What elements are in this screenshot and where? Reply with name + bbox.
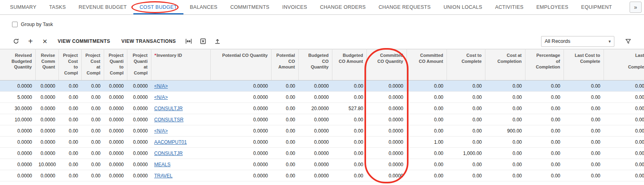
column-header-revised-budgeted-quantity[interactable]: RevisedBudgetedQuantity: [0, 49, 35, 80]
cell-percentage-of-completion[interactable]: 0.00: [525, 103, 564, 114]
cell-committed-co-amount[interactable]: 1.00: [407, 137, 447, 148]
inventory-link[interactable]: CONSULTSR: [154, 117, 183, 123]
cell-cost-at-completion[interactable]: 0.00: [485, 170, 525, 181]
cell-budgeted-co-quantity[interactable]: 20.0000: [298, 103, 332, 114]
cell-project-quantity-at-completion[interactable]: 0.0000: [127, 125, 151, 137]
column-header-potential-co-quantity[interactable]: Potential CO Quantity: [210, 49, 271, 80]
tab-change-orders[interactable]: CHANGE ORDERS: [314, 0, 372, 14]
cell-committed-co-quantity[interactable]: 0.0000: [366, 137, 407, 148]
cell-project-cost-at-completion[interactable]: 0.00: [81, 80, 104, 92]
cell-committed-co-quantity[interactable]: 0.0000: [366, 170, 407, 181]
cell-cost-to-complete[interactable]: 0.00: [447, 114, 485, 125]
grid-row-9[interactable]: 0.00000.00000.000.000.00000.0000TRAVEL0.…: [0, 170, 644, 181]
cell-potential-co-amount[interactable]: 0.00: [271, 159, 298, 170]
cell-committed-co-quantity[interactable]: 0.0000: [366, 159, 407, 170]
cell-last-percentage-of-completion[interactable]: 0.00: [604, 159, 644, 170]
cell-cost-at-completion[interactable]: 0.00: [485, 114, 525, 125]
cell-last-percentage-of-completion[interactable]: 0.00: [604, 114, 644, 125]
cell-potential-co-amount[interactable]: 0.00: [271, 103, 298, 114]
column-header-committed-co-quantity[interactable]: CommittedCO Quantity: [366, 49, 407, 80]
cell-potential-co-quantity[interactable]: 0.0000: [210, 103, 271, 114]
column-header-project-cost-at-completion[interactable]: ProjectCostatCompl: [81, 49, 104, 80]
cell-cost-to-complete[interactable]: 0.00: [447, 125, 485, 137]
group-by-task-option[interactable]: Group by Task: [0, 15, 644, 34]
cell-committed-co-quantity[interactable]: 0.0000: [366, 125, 407, 137]
upload-button[interactable]: [210, 36, 225, 47]
inventory-link[interactable]: <N/A>: [154, 83, 168, 89]
cell-last-cost-to-complete[interactable]: 0.00: [564, 137, 604, 148]
cell-revised-budgeted-quantity[interactable]: 0.0000: [0, 137, 35, 148]
cell-last-cost-to-complete[interactable]: 0.00: [564, 148, 604, 159]
cell-revised-committed-quantity[interactable]: 0.0000: [35, 80, 58, 92]
cell-inventory-id[interactable]: <N/A>: [151, 125, 210, 137]
column-header-last-percentage-of-completion[interactable]: Last Comple: [604, 49, 644, 80]
inventory-link[interactable]: CONSULTJR: [154, 151, 183, 156]
cell-potential-co-amount[interactable]: 0.00: [271, 80, 298, 92]
cell-revised-committed-quantity[interactable]: 0.0000: [35, 103, 58, 114]
cell-project-cost-to-complete[interactable]: 0.00: [58, 170, 81, 181]
cell-committed-co-amount[interactable]: 0.00: [407, 125, 447, 137]
cell-project-quantity-to-complete[interactable]: 0.0000: [104, 137, 127, 148]
inventory-link[interactable]: <N/A>: [154, 128, 168, 134]
cell-percentage-of-completion[interactable]: 0.00: [525, 80, 564, 92]
tab-overflow-button[interactable]: »: [630, 2, 642, 13]
cell-committed-co-amount[interactable]: 0.00: [407, 148, 447, 159]
cell-last-cost-to-complete[interactable]: 0.00: [564, 114, 604, 125]
cell-project-cost-to-complete[interactable]: 0.00: [58, 114, 81, 125]
cell-last-cost-to-complete[interactable]: 0.00: [564, 103, 604, 114]
cell-project-quantity-at-completion[interactable]: 0.0000: [127, 170, 151, 181]
tab-cost-budget[interactable]: COST BUDGET: [133, 0, 183, 14]
cell-budgeted-co-quantity[interactable]: 0.0000: [298, 114, 332, 125]
cell-cost-at-completion[interactable]: 0.00: [485, 159, 525, 170]
cell-project-quantity-to-complete[interactable]: 0.0000: [104, 159, 127, 170]
refresh-button[interactable]: [9, 36, 23, 47]
cell-percentage-of-completion[interactable]: 0.00: [525, 137, 564, 148]
cell-potential-co-amount[interactable]: 0.00: [271, 125, 298, 137]
grid-row-4[interactable]: 10.00000.00000.000.000.00000.0000CONSULT…: [0, 114, 644, 125]
cell-project-quantity-to-complete[interactable]: 0.0000: [104, 148, 127, 159]
cell-potential-co-quantity[interactable]: 0.0000: [210, 114, 271, 125]
cell-revised-budgeted-quantity[interactable]: 30.0000: [0, 103, 35, 114]
cell-revised-committed-quantity[interactable]: 10.0000: [35, 159, 58, 170]
cell-percentage-of-completion[interactable]: 0.00: [525, 148, 564, 159]
records-filter-select[interactable]: All Records ▾: [541, 36, 614, 47]
cell-potential-co-amount[interactable]: 0.00: [271, 148, 298, 159]
fit-width-button[interactable]: [181, 36, 196, 47]
cell-cost-at-completion[interactable]: 0.00: [485, 137, 525, 148]
cell-last-cost-to-complete[interactable]: 0.00: [564, 170, 604, 181]
inventory-link[interactable]: CONSULTJR: [154, 106, 183, 111]
cell-project-quantity-to-complete[interactable]: 0.0000: [104, 125, 127, 137]
column-header-cost-at-completion[interactable]: Cost atCompletion: [485, 49, 525, 80]
cell-committed-co-amount[interactable]: 0.00: [407, 103, 447, 114]
cell-cost-at-completion[interactable]: 900.00: [485, 125, 525, 137]
cell-revised-committed-quantity[interactable]: 0.0000: [35, 170, 58, 181]
tab-summary[interactable]: SUMMARY: [4, 0, 43, 14]
cell-cost-at-completion[interactable]: 0.00: [485, 80, 525, 92]
cell-potential-co-quantity[interactable]: 0.0000: [210, 170, 271, 181]
cell-project-cost-to-complete[interactable]: 0.00: [58, 92, 81, 103]
cell-project-cost-to-complete[interactable]: 0.00: [58, 148, 81, 159]
column-header-revised-committed-quantity[interactable]: ReviseCommQuant: [35, 49, 58, 80]
cell-committed-co-quantity[interactable]: 0.0000: [366, 92, 407, 103]
tab-commitments[interactable]: COMMITMENTS: [224, 0, 276, 14]
cell-cost-to-complete[interactable]: 1,000.00: [447, 148, 485, 159]
cell-project-quantity-at-completion[interactable]: 0.0000: [127, 159, 151, 170]
cell-inventory-id[interactable]: AACOMPUT01: [151, 137, 210, 148]
cell-budgeted-co-quantity[interactable]: 0.0000: [298, 159, 332, 170]
cell-inventory-id[interactable]: CONSULTSR: [151, 114, 210, 125]
cell-project-cost-at-completion[interactable]: 0.00: [81, 170, 104, 181]
cell-project-cost-to-complete[interactable]: 0.00: [58, 80, 81, 92]
cell-budgeted-co-quantity[interactable]: 0.0000: [298, 92, 332, 103]
cell-last-percentage-of-completion[interactable]: 0.00: [604, 103, 644, 114]
column-header-inventory-id[interactable]: *Inventory ID: [151, 49, 210, 80]
cell-potential-co-amount[interactable]: 0.00: [271, 114, 298, 125]
cell-cost-to-complete[interactable]: 0.00: [447, 103, 485, 114]
cell-last-percentage-of-completion[interactable]: 0.00: [604, 170, 644, 181]
cell-revised-budgeted-quantity[interactable]: 0.0000: [0, 125, 35, 137]
cell-cost-to-complete[interactable]: 0.00: [447, 159, 485, 170]
grid-row-5[interactable]: 0.00000.00000.000.000.00000.0000<N/A>0.0…: [0, 125, 644, 137]
group-by-task-checkbox[interactable]: [12, 22, 18, 27]
cell-project-quantity-at-completion[interactable]: 0.0000: [127, 80, 151, 92]
cell-budgeted-co-amount[interactable]: 0.00: [332, 170, 366, 181]
cell-project-cost-to-complete[interactable]: 0.00: [58, 159, 81, 170]
